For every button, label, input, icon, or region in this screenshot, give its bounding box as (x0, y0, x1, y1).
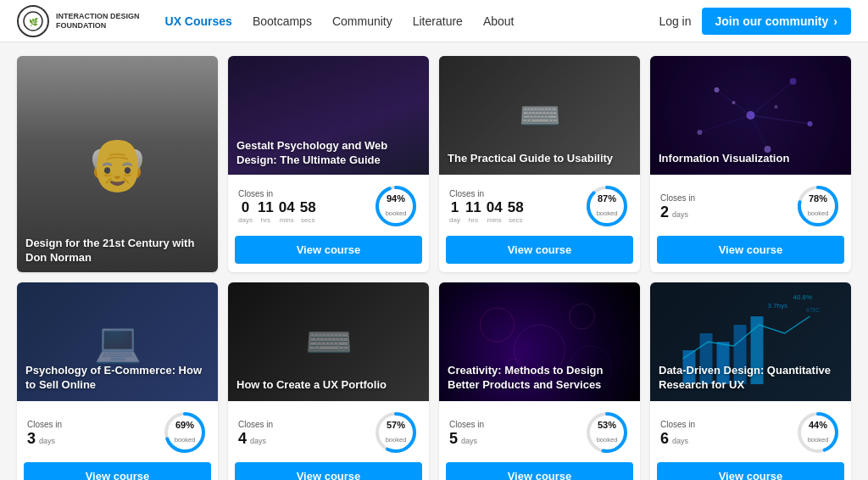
closes-info: Closes in 4 days (238, 420, 273, 446)
progress-text: 69% booked (175, 420, 196, 445)
closes-info: Closes in 2 days (660, 193, 695, 220)
view-course-button[interactable]: View course (235, 236, 422, 264)
course-thumbnail: ⌨️ How to Create a UX Portfolio (228, 282, 429, 401)
progress-circle: 94% booked (373, 183, 419, 229)
svg-point-29 (570, 304, 595, 329)
course-info: Closes in 5 days 53% booked (439, 401, 640, 462)
course-thumbnail: ⌨️ The Practical Guide to Usability (439, 56, 640, 175)
course-card-gestalt: Gestalt Psychology and Web Design: The U… (228, 56, 429, 272)
closes-info: Closes in 1day 11hrs 04mins 58secs (449, 189, 524, 224)
nav-community[interactable]: Community (324, 9, 401, 33)
course-card-ecommerce: 💻 Psychology of E-Commerce: How to Sell … (17, 282, 218, 480)
closes-info: Closes in 6 days (660, 420, 695, 446)
course-card-usability: ⌨️ The Practical Guide to Usability Clos… (439, 56, 640, 272)
svg-text:40.8%: 40.8% (793, 293, 813, 301)
view-course-button[interactable]: View course (235, 462, 422, 480)
closes-info: Closes in 0days 11hrs 04mins 58secs (238, 189, 316, 224)
progress-text: 78% booked (808, 193, 829, 219)
progress-text: 53% booked (597, 420, 618, 445)
course-card-datadriven: 3.7hys 40.8% 479C Data-Driven Design: Qu… (650, 282, 851, 480)
progress-circle: 78% booked (795, 183, 841, 229)
course-title: Gestalt Psychology and Web Design: The U… (228, 131, 429, 175)
course-card-portfolio: ⌨️ How to Create a UX Portfolio Closes i… (228, 282, 429, 480)
progress-circle: 57% booked (373, 410, 419, 455)
course-info: Closes in 6 days 44% booked (650, 401, 851, 462)
countdown-row: 1day 11hrs 04mins 58secs (449, 200, 524, 224)
course-title: Psychology of E-Commerce: How to Sell On… (17, 355, 218, 401)
course-card-infovis: Information Visualization Closes in 2 da… (650, 56, 851, 272)
logo[interactable]: 🌿 INTERACTION DESIGN FOUNDATION (17, 5, 140, 37)
progress-text: 87% booked (597, 193, 618, 219)
svg-point-19 (732, 101, 736, 104)
svg-point-20 (775, 105, 778, 109)
closes-info: Closes in 5 days (449, 420, 484, 446)
countdown-row: 0days 11hrs 04mins 58secs (238, 200, 316, 224)
course-info: Closes in 4 days 57% booked (228, 401, 429, 462)
course-thumbnail: 3.7hys 40.8% 479C Data-Driven Design: Qu… (650, 282, 851, 401)
course-card-don-norman: Design for the 21st Century with Don Nor… (17, 56, 218, 272)
progress-circle: 69% booked (162, 410, 208, 455)
course-title: Creativity: Methods to Design Better Pro… (439, 355, 640, 401)
course-info: Closes in 1day 11hrs 04mins 58secs 8 (439, 175, 640, 236)
view-course-button[interactable]: View course (24, 462, 211, 480)
svg-line-15 (751, 81, 793, 115)
view-course-button[interactable]: View course (657, 462, 844, 480)
course-thumbnail: 💻 Psychology of E-Commerce: How to Sell … (17, 282, 218, 401)
svg-point-27 (481, 308, 515, 342)
course-card-creativity: Creativity: Methods to Design Better Pro… (439, 282, 640, 480)
course-thumbnail: Design for the 21st Century with Don Nor… (17, 56, 218, 272)
nav-about[interactable]: About (475, 9, 523, 33)
nav-bootcamps[interactable]: Bootcamps (244, 9, 320, 33)
course-title: How to Create a UX Portfolio (228, 370, 429, 401)
svg-text:🌿: 🌿 (29, 17, 39, 27)
progress-circle: 44% booked (795, 410, 841, 455)
course-thumbnail: Gestalt Psychology and Web Design: The U… (228, 56, 429, 175)
course-title: The Practical Guide to Usability (439, 143, 640, 175)
login-link[interactable]: Log in (659, 14, 691, 28)
course-title: Design for the 21st Century with Don Nor… (17, 228, 218, 272)
course-title: Data-Driven Design: Quantitative Researc… (650, 355, 851, 401)
course-thumbnail: Creativity: Methods to Design Better Pro… (439, 282, 640, 401)
join-button[interactable]: Join our community › (702, 8, 851, 35)
svg-line-16 (700, 115, 751, 132)
course-title: Information Visualization (650, 143, 851, 175)
progress-circle: 53% booked (584, 410, 630, 455)
progress-text: 57% booked (386, 420, 407, 445)
course-info: Closes in 2 days 78% booked (650, 175, 851, 236)
logo-icon: 🌿 (17, 5, 49, 37)
progress-text: 44% booked (808, 420, 829, 445)
courses-grid: Design for the 21st Century with Don Nor… (0, 42, 868, 480)
svg-line-17 (751, 115, 810, 124)
view-course-button[interactable]: View course (446, 236, 633, 264)
course-info: Closes in 0days 11hrs 04mins 58secs (228, 175, 429, 236)
progress-circle: 87% booked (584, 183, 630, 229)
view-course-button[interactable]: View course (446, 462, 633, 480)
course-info: Closes in 3 days 69% booked (17, 401, 218, 462)
logo-text: INTERACTION DESIGN FOUNDATION (56, 12, 140, 31)
closes-info: Closes in 3 days (27, 420, 62, 446)
view-course-button[interactable]: View course (657, 236, 844, 264)
nav-ux-courses[interactable]: UX Courses (157, 9, 241, 33)
progress-text: 94% booked (386, 193, 407, 219)
svg-text:3.7hys: 3.7hys (768, 302, 788, 310)
nav-links: UX Courses Bootcamps Community Literatur… (157, 9, 659, 33)
nav-right: Log in Join our community › (659, 8, 851, 35)
nav-literature[interactable]: Literature (404, 9, 471, 33)
navbar: 🌿 INTERACTION DESIGN FOUNDATION UX Cours… (0, 0, 868, 42)
svg-text:479C: 479C (806, 307, 821, 313)
course-thumbnail: Information Visualization (650, 56, 851, 175)
